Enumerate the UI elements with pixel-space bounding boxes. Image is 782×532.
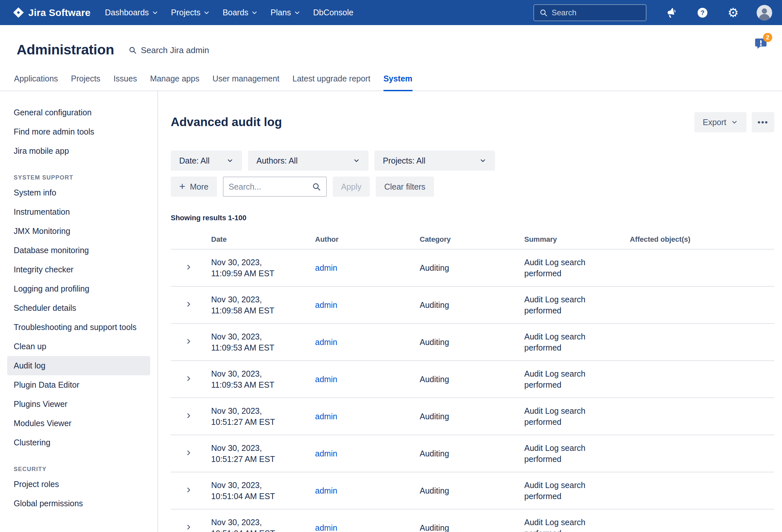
- tab-system[interactable]: System: [384, 74, 413, 91]
- nav-item-dashboards[interactable]: Dashboards: [105, 8, 159, 17]
- search-icon: [312, 182, 321, 191]
- sidebar-item-system-info[interactable]: System info: [7, 183, 150, 202]
- tab-projects[interactable]: Projects: [71, 74, 100, 91]
- sidebar-item-logging-and-profiling[interactable]: Logging and profiling: [7, 279, 150, 298]
- expand-row-chevron-icon[interactable]: [185, 486, 192, 494]
- tab-issues[interactable]: Issues: [113, 74, 137, 91]
- author-link[interactable]: admin: [315, 486, 337, 495]
- sidebar-item-troubleshooting-and-support-tools[interactable]: Troubleshooting and support tools: [7, 318, 150, 337]
- chevron-down-icon: [226, 157, 234, 164]
- export-button[interactable]: Export: [695, 112, 746, 132]
- settings-gear-icon[interactable]: ⚙: [726, 5, 740, 20]
- time-line: 11:09:53 AM EST: [211, 342, 315, 353]
- more-filters-button[interactable]: + More: [171, 177, 217, 197]
- user-avatar[interactable]: [756, 5, 772, 21]
- date-filter-dropdown[interactable]: Date: All: [171, 150, 242, 171]
- audit-search-input[interactable]: [229, 182, 309, 191]
- author-link[interactable]: admin: [315, 338, 337, 347]
- chevron-down-icon: [251, 9, 258, 16]
- expand-row-chevron-icon[interactable]: [185, 301, 192, 308]
- sidebar-item-clustering[interactable]: Clustering: [7, 433, 150, 452]
- sidebar-item-audit-log[interactable]: Audit log: [7, 356, 150, 375]
- expand-row-chevron-icon[interactable]: [185, 263, 192, 271]
- cell-summary: Audit Log search performed: [524, 294, 630, 316]
- sidebar-item-global-permissions[interactable]: Global permissions: [7, 494, 150, 513]
- sidebar-item-plugins-viewer[interactable]: Plugins Viewer: [7, 394, 150, 414]
- nav-item-dbconsole[interactable]: DbConsole: [313, 8, 354, 17]
- cell-summary: Audit Log search performed: [524, 405, 630, 427]
- author-link[interactable]: admin: [315, 523, 337, 532]
- cell-date: Nov 30, 2023,11:09:59 AM EST: [211, 257, 315, 279]
- table-row: Nov 30, 2023,11:09:53 AM ESTadminAuditin…: [171, 361, 774, 398]
- sidebar-item-plugin-data-editor[interactable]: Plugin Data Editor: [7, 375, 150, 394]
- chevron-down-icon: [203, 9, 210, 16]
- sidebar-item-jira-mobile-app[interactable]: Jira mobile app: [7, 141, 150, 161]
- audit-search-field[interactable]: [223, 177, 327, 197]
- chevron-down-icon: [353, 157, 360, 164]
- global-search-field[interactable]: [533, 4, 646, 21]
- expand-row-chevron-icon[interactable]: [185, 338, 192, 345]
- sidebar-item-database-monitoring[interactable]: Database monitoring: [7, 241, 150, 260]
- date-line: Nov 30, 2023,: [211, 442, 315, 454]
- cell-author: admin: [315, 336, 420, 348]
- cell-category: Auditing: [420, 522, 524, 532]
- time-line: 11:09:59 AM EST: [211, 268, 315, 279]
- cell-summary: Audit Log search performed: [524, 368, 630, 390]
- nav-item-label: Dashboards: [105, 8, 149, 17]
- author-link[interactable]: admin: [315, 412, 337, 421]
- time-line: 10:51:27 AM EST: [211, 454, 315, 465]
- admin-title: Administration: [16, 41, 114, 58]
- plus-icon: +: [179, 181, 185, 191]
- sidebar-item-clean-up[interactable]: Clean up: [7, 337, 150, 356]
- tab-latest-upgrade-report[interactable]: Latest upgrade report: [293, 74, 370, 91]
- author-link[interactable]: admin: [315, 449, 337, 458]
- nav-item-plans[interactable]: Plans: [271, 8, 301, 17]
- nav-item-label: Boards: [222, 8, 248, 17]
- author-link[interactable]: admin: [315, 375, 337, 384]
- sidebar-item-integrity-checker[interactable]: Integrity checker: [7, 260, 150, 279]
- author-link[interactable]: admin: [315, 300, 337, 310]
- authors-filter-dropdown[interactable]: Authors: All: [248, 150, 368, 171]
- tab-user-management[interactable]: User management: [212, 74, 280, 91]
- expand-row-chevron-icon[interactable]: [185, 449, 192, 456]
- tab-applications[interactable]: Applications: [14, 74, 58, 91]
- nav-item-projects[interactable]: Projects: [171, 8, 210, 17]
- expand-row-chevron-icon[interactable]: [185, 375, 192, 382]
- nav-item-label: Projects: [171, 8, 201, 17]
- feedback-bubble-icon[interactable]: 2: [754, 37, 768, 52]
- date-line: Nov 30, 2023,: [211, 331, 315, 342]
- chevron-down-icon: [151, 9, 159, 16]
- sidebar-item-scheduler-details[interactable]: Scheduler details: [7, 298, 150, 318]
- sidebar-item-modules-viewer[interactable]: Modules Viewer: [7, 414, 150, 433]
- expand-row-chevron-icon[interactable]: [185, 524, 192, 531]
- row-expand-cell: [171, 485, 211, 496]
- jira-home-link[interactable]: Jira Software: [12, 6, 91, 19]
- nav-item-boards[interactable]: Boards: [222, 8, 258, 17]
- announcement-megaphone-icon[interactable]: [665, 5, 679, 20]
- tab-manage-apps[interactable]: Manage apps: [150, 74, 200, 91]
- sidebar-item-find-more-admin-tools[interactable]: Find more admin tools: [7, 122, 150, 141]
- sidebar-item-general-configuration[interactable]: General configuration: [7, 103, 150, 122]
- sidebar-section-security: SECURITY: [7, 463, 150, 475]
- sidebar-item-instrumentation[interactable]: Instrumentation: [7, 202, 150, 221]
- table-row: Nov 30, 2023,10:51:27 AM ESTadminAuditin…: [171, 398, 774, 435]
- author-link[interactable]: admin: [315, 263, 337, 272]
- expand-row-chevron-icon[interactable]: [185, 412, 192, 419]
- results-summary: Showing results 1-100: [171, 214, 774, 222]
- filters-row-secondary: + More Apply Clear filters: [171, 177, 774, 197]
- clear-filters-button[interactable]: Clear filters: [376, 177, 434, 197]
- clear-filters-label: Clear filters: [384, 182, 425, 191]
- apply-button[interactable]: Apply: [333, 177, 370, 197]
- sidebar-item-project-roles[interactable]: Project roles: [7, 475, 150, 494]
- projects-filter-dropdown[interactable]: Projects: All: [375, 150, 495, 171]
- table-row: Nov 30, 2023,11:09:59 AM ESTadminAuditin…: [171, 250, 774, 287]
- global-search-input[interactable]: [552, 8, 653, 17]
- sidebar-item-jmx-monitoring[interactable]: JMX Monitoring: [7, 221, 150, 241]
- help-icon[interactable]: ?: [695, 5, 710, 20]
- audit-table-header: DateAuthorCategorySummaryAffected object…: [171, 235, 774, 250]
- chevron-down-icon: [731, 118, 738, 126]
- search-jira-admin-button[interactable]: Search Jira admin: [129, 45, 209, 56]
- more-actions-button[interactable]: •••: [752, 112, 774, 132]
- row-expand-cell: [171, 411, 211, 422]
- nav-item-label: Plans: [271, 8, 291, 17]
